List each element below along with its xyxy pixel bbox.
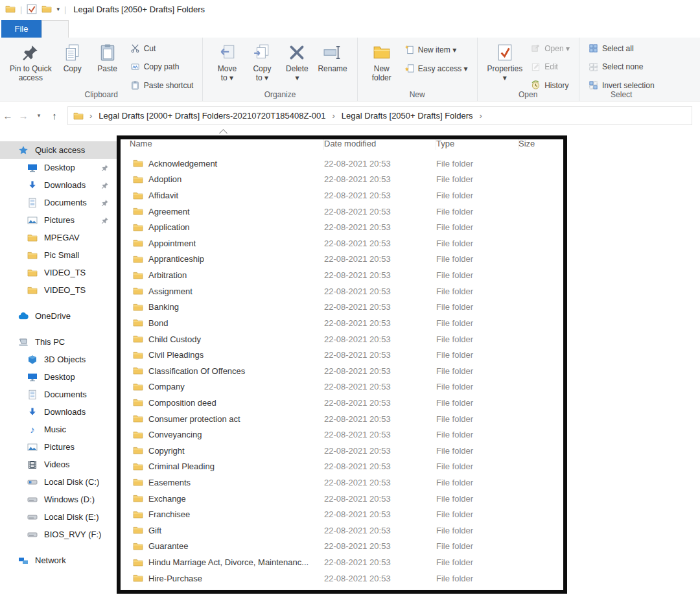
sidebar-item[interactable]: Downloads xyxy=(0,403,117,421)
table-row[interactable]: Income Tax 22-08-2021 20:53 File folder xyxy=(117,586,700,590)
table-row[interactable]: Company 22-08-2021 20:53 File folder xyxy=(117,379,700,395)
ribbon-big-button[interactable]: Paste xyxy=(90,41,125,75)
table-row[interactable]: Application 22-08-2021 20:53 File folder xyxy=(117,219,700,235)
column-header-date-modified[interactable]: Date modified xyxy=(324,137,436,150)
sidebar-item[interactable]: Documents xyxy=(0,194,117,211)
ribbon-small-button[interactable]: Copy path xyxy=(128,62,196,73)
table-row[interactable]: Bond 22-08-2021 20:53 File folder xyxy=(117,315,700,331)
sidebar-item[interactable]: Local Disk (E:) xyxy=(0,508,117,526)
crumb-current-folder[interactable]: Legal Drafts [2050+ Drafts] Folders xyxy=(340,111,475,121)
table-row[interactable]: Classification Of Offences 22-08-2021 20… xyxy=(117,363,700,379)
up-icon[interactable]: ↑ xyxy=(47,111,62,121)
new-folder-quick-icon[interactable] xyxy=(41,4,52,14)
sidebar-item[interactable]: Desktop xyxy=(0,159,117,176)
sidebar-item[interactable]: Downloads xyxy=(0,176,117,194)
pin-icon xyxy=(101,164,109,172)
ribbon-big-button[interactable]: Copy to ▾ xyxy=(244,41,279,85)
properties-quick-icon[interactable] xyxy=(27,4,37,14)
table-row[interactable]: Acknowledgement 22-08-2021 20:53 File fo… xyxy=(117,156,700,172)
ribbon-small-button[interactable]: Select none xyxy=(586,62,657,73)
table-row[interactable]: Exchange 22-08-2021 20:53 File folder xyxy=(117,491,700,507)
sidebar-item[interactable]: Network xyxy=(0,552,117,569)
picture-icon xyxy=(27,442,38,452)
table-row[interactable]: Franchisee 22-08-2021 20:53 File folder xyxy=(117,506,700,522)
table-row[interactable]: Criminal Pleading 22-08-2021 20:53 File … xyxy=(117,459,700,475)
table-row[interactable]: Appranticeship 22-08-2021 20:53 File fol… xyxy=(117,251,700,268)
sidebar-item[interactable]: Pictures xyxy=(0,211,117,229)
sidebar-item[interactable]: VIDEO_TS xyxy=(0,264,117,281)
table-row[interactable]: Conveyancing 22-08-2021 20:53 File folde… xyxy=(117,426,700,443)
table-row[interactable]: Affidavit 22-08-2021 20:53 File folder xyxy=(117,187,700,204)
ribbon-big-button[interactable]: Delete ▾ xyxy=(279,41,314,85)
table-row[interactable]: Assignment 22-08-2021 20:53 File folder xyxy=(117,283,700,299)
back-icon[interactable]: ← xyxy=(0,111,16,121)
table-row[interactable]: Appointment 22-08-2021 20:53 File folder xyxy=(117,235,700,251)
sidebar-item[interactable]: Videos xyxy=(0,456,117,473)
sidebar-item[interactable]: Pictures xyxy=(0,438,117,456)
table-row[interactable]: Agreement 22-08-2021 20:53 File folder xyxy=(117,204,700,220)
sidebar-item[interactable]: Quick access xyxy=(0,141,117,159)
ribbon-tab[interactable] xyxy=(69,20,95,38)
sidebar-item[interactable]: Documents xyxy=(0,386,117,403)
table-row[interactable]: Adoption 22-08-2021 20:53 File folder xyxy=(117,172,700,188)
table-row[interactable]: Arbitration 22-08-2021 20:53 File folder xyxy=(117,267,700,283)
sidebar-item[interactable]: This PC xyxy=(0,333,117,351)
crumb-parent-folder[interactable]: Legal Drafts [2000+ Drafts] Folders-2021… xyxy=(97,111,327,121)
breadcrumb[interactable]: › Legal Drafts [2000+ Drafts] Folders-20… xyxy=(67,106,692,125)
file-rows: Acknowledgement 22-08-2021 20:53 File fo… xyxy=(117,156,700,590)
pin-icon xyxy=(101,181,109,189)
sidebar-item[interactable]: VIDEO_TS xyxy=(0,281,117,299)
table-row[interactable]: Copyright 22-08-2021 20:53 File folder xyxy=(117,443,700,459)
ribbon-small-button[interactable]: Invert selection xyxy=(586,80,657,91)
download-icon xyxy=(27,407,38,417)
ribbon-small-button[interactable]: New item ▾ xyxy=(402,44,471,55)
ribbon-small-button[interactable]: History xyxy=(528,80,572,91)
pin-icon xyxy=(101,216,109,224)
ribbon-tab[interactable] xyxy=(95,20,121,38)
sidebar-item[interactable]: 3D Objects xyxy=(0,351,117,368)
column-header-type[interactable]: Type xyxy=(436,137,519,150)
table-row[interactable]: Guarantee 22-08-2021 20:53 File folder xyxy=(117,539,700,555)
sidebar-item[interactable]: MPEGAV xyxy=(0,229,117,246)
column-header-size[interactable]: Size xyxy=(519,137,567,150)
table-row[interactable]: Hire-Purchase 22-08-2021 20:53 File fold… xyxy=(117,570,700,587)
forward-icon[interactable]: → xyxy=(16,111,31,121)
table-row[interactable]: Banking 22-08-2021 20:53 File folder xyxy=(117,299,700,315)
ribbon-small-button[interactable]: Open ▾ xyxy=(528,43,572,54)
customize-qat-caret-icon[interactable]: ▾ xyxy=(56,6,60,12)
tab-file[interactable]: File xyxy=(1,20,41,38)
ribbon-small-button[interactable]: Cut xyxy=(128,43,196,54)
column-header-name[interactable]: Name xyxy=(117,137,324,150)
ribbon-small-button[interactable]: Paste shortcut xyxy=(128,80,196,91)
sidebar-item[interactable]: Pic Small xyxy=(0,246,117,264)
sidebar-item[interactable]: Desktop xyxy=(0,368,117,386)
ribbon-small-button[interactable]: Easy access ▾ xyxy=(402,63,471,74)
sidebar-item[interactable]: ♪ Music xyxy=(0,421,117,438)
table-row[interactable]: Civil Pleadings 22-08-2021 20:53 File fo… xyxy=(117,347,700,363)
ribbon-tab[interactable] xyxy=(41,20,69,38)
copyto-icon xyxy=(253,43,271,62)
sidebar-item[interactable]: OneDrive xyxy=(0,307,117,325)
easyaccess-icon xyxy=(404,64,414,73)
table-row[interactable]: Hindu Marriage Act, Divorce, Maintenanc.… xyxy=(117,554,700,570)
sidebar-item[interactable]: Windows (D:) xyxy=(0,491,117,508)
table-row[interactable]: Composition deed 22-08-2021 20:53 File f… xyxy=(117,395,700,411)
table-row[interactable]: Child Custody 22-08-2021 20:53 File fold… xyxy=(117,331,700,347)
recent-locations-caret-icon[interactable]: ▾ xyxy=(31,113,47,119)
ribbon-big-button[interactable]: Rename xyxy=(314,41,350,75)
ribbon-big-button[interactable]: Move to ▾ xyxy=(209,41,244,85)
ribbon-big-button[interactable]: Properties ▾ xyxy=(484,41,526,85)
ribbon-small-button[interactable]: Select all xyxy=(586,43,657,54)
sidebar-item[interactable]: Local Disk (C:) xyxy=(0,473,117,491)
ribbon-small-button[interactable]: Edit xyxy=(528,62,572,73)
selectall-icon xyxy=(589,43,598,53)
table-row[interactable]: Consumer protection act 22-08-2021 20:53… xyxy=(117,411,700,427)
ribbon-big-button[interactable]: Pin to Quick access xyxy=(6,41,55,85)
table-row[interactable]: Gift 22-08-2021 20:53 File folder xyxy=(117,522,700,539)
folder-icon xyxy=(133,206,143,216)
table-row[interactable]: Easements 22-08-2021 20:53 File folder xyxy=(117,474,700,491)
sidebar-item[interactable]: BIOS_RVY (F:) xyxy=(0,526,117,543)
folder-icon xyxy=(133,302,143,312)
ribbon-big-button[interactable]: Copy xyxy=(55,41,90,75)
ribbon-big-button[interactable]: New folder xyxy=(364,41,399,85)
